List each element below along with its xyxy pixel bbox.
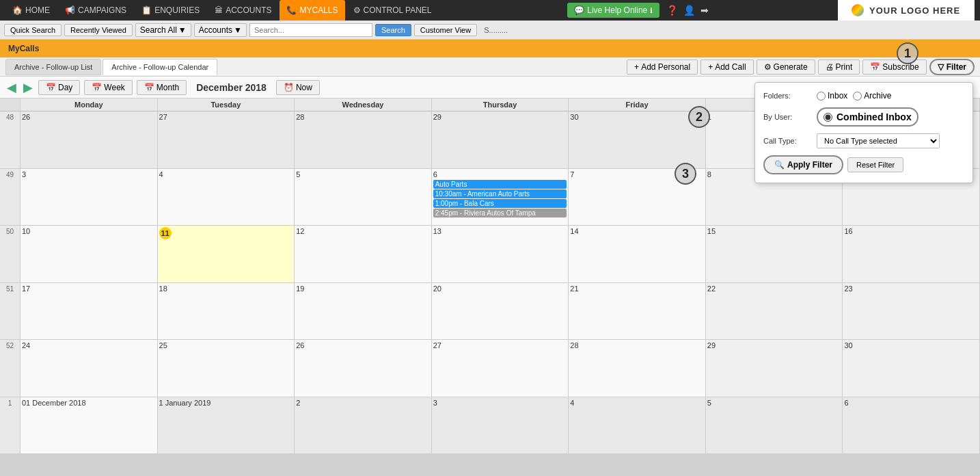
- search-input[interactable]: [249, 23, 372, 37]
- cal-event-1-3-1[interactable]: 10:30am - American Auto Parts: [433, 189, 567, 198]
- step2-container: 2: [688, 106, 710, 128]
- apply-filter-search-icon: 🔍: [774, 160, 785, 170]
- filter-folders-row: Folders: Inbox Archive: [763, 91, 964, 101]
- nav-campaigns[interactable]: 📢 CAMPAIGNS: [58, 0, 133, 21]
- cal-day-5-1[interactable]: 1 January 2019: [158, 397, 295, 454]
- search-button[interactable]: Search: [375, 24, 411, 36]
- cal-week-row-4: 5224252627282930: [0, 340, 980, 397]
- archive-radio-option[interactable]: Archive: [853, 91, 891, 101]
- tab-archive-list[interactable]: Archive - Follow-up List: [5, 59, 101, 75]
- cal-day-0-4[interactable]: 30: [569, 111, 706, 168]
- logo-circle: [852, 4, 864, 16]
- week-num-header: [0, 98, 21, 111]
- cal-day-5-2[interactable]: 2: [295, 397, 432, 454]
- cal-day-2-0[interactable]: 10: [21, 226, 158, 282]
- cal-day-1-1[interactable]: 4: [158, 169, 295, 226]
- cal-day-0-3[interactable]: 29: [432, 111, 569, 168]
- cal-week-label: Week: [104, 83, 124, 92]
- cal-day-2-3[interactable]: 13: [432, 226, 569, 282]
- cal-day-2-6[interactable]: 16: [843, 226, 980, 282]
- nav-campaigns-label: CAMPAIGNS: [78, 5, 126, 15]
- tab-archive-calendar[interactable]: Archive - Follow-up Calendar: [103, 59, 217, 75]
- cal-day-0-2[interactable]: 28: [295, 111, 432, 168]
- cal-event-1-3-0[interactable]: Auto Parts: [433, 180, 567, 189]
- search-all-dropdown[interactable]: Search All ▼: [135, 23, 191, 37]
- controlpanel-icon: ⚙: [353, 5, 361, 15]
- cal-day-3-4[interactable]: 21: [569, 283, 706, 340]
- cal-day-0-1[interactable]: 27: [158, 111, 295, 168]
- inbox-radio[interactable]: [817, 92, 826, 101]
- cal-day-4-4[interactable]: 28: [569, 340, 706, 397]
- customer-view-button[interactable]: Customer View: [414, 24, 477, 36]
- cal-day-button[interactable]: 📅 Day: [38, 80, 80, 95]
- cal-day-1-0[interactable]: 3: [21, 169, 158, 226]
- week-num-4: 52: [0, 340, 21, 397]
- cal-day-4-5[interactable]: 29: [706, 340, 843, 397]
- cal-day-2-1[interactable]: 11: [158, 226, 295, 282]
- archive-radio[interactable]: [853, 92, 862, 101]
- cal-now-button[interactable]: ⏰ Now: [276, 80, 320, 95]
- apply-filter-button[interactable]: 🔍 Apply Filter: [763, 155, 843, 174]
- cal-day-1-3[interactable]: 6Auto Parts10:30am - American Auto Parts…: [432, 169, 569, 226]
- cal-day-4-0[interactable]: 24: [21, 340, 158, 397]
- cal-day-5-3[interactable]: 3: [432, 397, 569, 454]
- cal-event-1-3-3[interactable]: 2:45pm - Riviera Autos Of Tampa: [433, 209, 567, 217]
- live-help-button[interactable]: 💬 Live Help Online ℹ: [567, 3, 659, 18]
- accounts-icon: 🏛: [215, 5, 223, 15]
- top-nav: 🏠 HOME 📢 CAMPAIGNS 📋 ENQUIRIES 🏛 ACCOUNT…: [0, 0, 980, 21]
- cal-day-5-5[interactable]: 5: [706, 397, 843, 454]
- cal-event-1-3-2[interactable]: 1:00pm - Bala Cars: [433, 199, 567, 208]
- cal-day-3-2[interactable]: 19: [295, 283, 432, 340]
- add-personal-label: Add Personal: [641, 62, 690, 72]
- accounts-dropdown[interactable]: Accounts ▼: [194, 23, 247, 37]
- help-icon[interactable]: ❓: [666, 5, 678, 16]
- nav-home[interactable]: 🏠 HOME: [5, 0, 57, 21]
- cal-day-2-2[interactable]: 12: [295, 226, 432, 282]
- nav-mycalls[interactable]: 📞 MYCALLS: [280, 0, 344, 21]
- cal-day-4-2[interactable]: 26: [295, 340, 432, 397]
- add-call-button[interactable]: + Add Call: [700, 60, 753, 75]
- calltype-select[interactable]: No Call Type selected Incoming Outgoing …: [817, 133, 940, 148]
- search-bar: Quick Search Recently Viewed Search All …: [0, 21, 980, 40]
- combined-inbox-radio[interactable]: [824, 113, 832, 122]
- nav-accounts[interactable]: 🏛 ACCOUNTS: [208, 0, 278, 21]
- cal-day-3-6[interactable]: 23: [843, 283, 980, 340]
- cal-month-button[interactable]: 📅 Month: [137, 80, 187, 95]
- step1-num: 1: [897, 42, 918, 64]
- cal-day-5-0[interactable]: 01 December 2018: [21, 397, 158, 454]
- quick-search-button[interactable]: Quick Search: [4, 24, 62, 36]
- cal-week-icon: 📅: [92, 83, 102, 92]
- user-icon[interactable]: 👤: [683, 5, 695, 16]
- cal-day-3-3[interactable]: 20: [432, 283, 569, 340]
- nav-controlpanel[interactable]: ⚙ CONTROL PANEL: [346, 0, 439, 21]
- print-button[interactable]: 🖨 Print: [818, 60, 860, 75]
- cal-day-1-2[interactable]: 5: [295, 169, 432, 226]
- generate-button[interactable]: ⚙ Generate: [757, 60, 815, 75]
- filter-button[interactable]: ▽ Filter: [929, 59, 975, 75]
- reset-filter-button[interactable]: Reset Filter: [847, 157, 903, 172]
- nav-enquiries[interactable]: 📋 ENQUIRIES: [135, 0, 206, 21]
- cal-day-0-0[interactable]: 26: [21, 111, 158, 168]
- cal-week-button[interactable]: 📅 Week: [84, 80, 132, 95]
- cal-day-2-5[interactable]: 15: [706, 226, 843, 282]
- cal-day-4-6[interactable]: 30: [843, 340, 980, 397]
- cal-day-4-1[interactable]: 25: [158, 340, 295, 397]
- cal-day-3-0[interactable]: 17: [21, 283, 158, 340]
- cal-week-row-2: 5010111213141516: [0, 226, 980, 283]
- add-personal-button[interactable]: + Add Personal: [627, 60, 698, 75]
- step3-container: 3: [675, 163, 696, 185]
- cal-day-3-1[interactable]: 18: [158, 283, 295, 340]
- inbox-radio-option[interactable]: Inbox: [817, 91, 847, 101]
- cal-day-5-6[interactable]: 6: [843, 397, 980, 454]
- cal-day-2-4[interactable]: 14: [569, 226, 706, 282]
- cal-day-4-3[interactable]: 27: [432, 340, 569, 397]
- header-friday: Friday: [569, 98, 706, 111]
- generate-label: Generate: [774, 62, 808, 72]
- logout-icon[interactable]: ➡: [700, 5, 709, 16]
- search-all-chevron: ▼: [178, 25, 187, 35]
- recently-viewed-button[interactable]: Recently Viewed: [64, 24, 133, 36]
- cal-day-3-5[interactable]: 22: [706, 283, 843, 340]
- cal-prev-button[interactable]: ◀: [5, 80, 18, 95]
- cal-next-button[interactable]: ▶: [22, 80, 34, 95]
- cal-day-5-4[interactable]: 4: [569, 397, 706, 454]
